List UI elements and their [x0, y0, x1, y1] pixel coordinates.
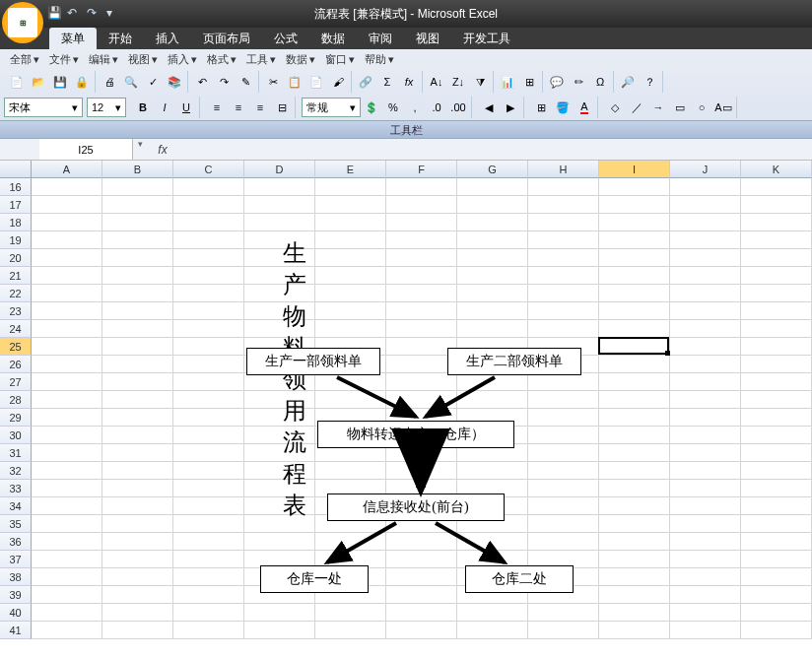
font-name-select[interactable]: 宋体▾ — [4, 98, 83, 117]
submenu-data[interactable]: 数据 ▾ — [282, 51, 319, 67]
percent-icon[interactable]: % — [382, 97, 404, 118]
tab-layout[interactable]: 页面布局 — [191, 28, 262, 49]
row-header-20[interactable]: 20 — [0, 249, 32, 267]
sum-icon[interactable]: Σ — [376, 71, 398, 93]
currency-icon[interactable]: 💲 — [361, 97, 382, 118]
row-header-17[interactable]: 17 — [0, 196, 32, 214]
help-icon[interactable]: ？ — [639, 71, 660, 93]
save-icon[interactable]: 💾 — [47, 6, 63, 22]
tab-view[interactable]: 视图 — [404, 28, 451, 49]
submenu-tools[interactable]: 工具 ▾ — [242, 51, 280, 67]
align-center-icon[interactable]: ≡ — [228, 97, 249, 118]
submenu-file[interactable]: 文件 ▾ — [45, 51, 83, 67]
col-header-G[interactable]: G — [457, 161, 528, 178]
col-header-C[interactable]: C — [173, 161, 244, 178]
fill-handle[interactable] — [665, 351, 670, 356]
copy-icon[interactable]: 📋 — [284, 71, 305, 93]
tab-home[interactable]: 开始 — [97, 28, 144, 49]
row-header-23[interactable]: 23 — [0, 302, 32, 320]
open-icon[interactable]: 📂 — [28, 71, 49, 93]
row-header-41[interactable]: 41 — [0, 622, 32, 639]
textbox-icon[interactable]: A▭ — [712, 97, 734, 118]
align-left-icon[interactable]: ≡ — [206, 97, 228, 118]
row-header-16[interactable]: 16 — [0, 178, 32, 196]
chart-icon[interactable]: 📊 — [497, 71, 518, 93]
submenu-view[interactable]: 视图 ▾ — [124, 51, 162, 67]
col-header-A[interactable]: A — [32, 161, 102, 178]
submenu-insert[interactable]: 插入 ▾ — [164, 51, 201, 67]
tab-menu[interactable]: 菜单 — [49, 28, 97, 49]
redo-icon[interactable]: ↷ — [213, 71, 235, 93]
office-button[interactable]: ⊞ — [2, 2, 43, 43]
inc-decimal-icon[interactable]: .0 — [426, 97, 447, 118]
underline-icon[interactable]: U — [175, 97, 197, 118]
tab-formula[interactable]: 公式 — [262, 28, 309, 49]
submenu-all[interactable]: 全部 ▾ — [6, 51, 43, 67]
row-header-34[interactable]: 34 — [0, 497, 32, 515]
drawing-icon[interactable]: ✏ — [568, 71, 589, 93]
row-header-18[interactable]: 18 — [0, 214, 32, 231]
hyperlink-icon[interactable]: 🔗 — [355, 71, 376, 93]
row-header-25[interactable]: 25 — [0, 338, 32, 356]
col-header-B[interactable]: B — [102, 161, 173, 178]
row-header-33[interactable]: 33 — [0, 480, 32, 497]
symbol-icon[interactable]: Ω — [589, 71, 611, 93]
row-header-37[interactable]: 37 — [0, 551, 32, 568]
sort-desc-icon[interactable]: Z↓ — [447, 71, 469, 93]
undo-icon[interactable]: ↶ — [191, 71, 213, 93]
arrow-shape-icon[interactable]: → — [647, 97, 669, 118]
row-header-32[interactable]: 32 — [0, 462, 32, 480]
select-all-corner[interactable] — [0, 161, 32, 178]
submenu-window[interactable]: 窗口 ▾ — [321, 51, 359, 67]
format-painter-icon[interactable]: 🖌 — [327, 71, 349, 93]
indent-inc-icon[interactable]: ▶ — [500, 97, 521, 118]
comment-icon[interactable]: 💬 — [546, 71, 568, 93]
italic-icon[interactable]: I — [154, 97, 175, 118]
pivot-icon[interactable]: ⊞ — [518, 71, 540, 93]
font-color-icon[interactable]: A — [574, 97, 595, 118]
spell-icon[interactable]: ✓ — [142, 71, 164, 93]
fill-color-icon[interactable]: 🪣 — [552, 97, 574, 118]
oval-icon[interactable]: ○ — [691, 97, 712, 118]
shapes-icon[interactable]: ◇ — [604, 97, 626, 118]
save-icon[interactable]: 💾 — [49, 71, 71, 93]
line-icon[interactable]: ／ — [626, 97, 647, 118]
submenu-help[interactable]: 帮助 ▾ — [361, 51, 398, 67]
row-header-29[interactable]: 29 — [0, 409, 32, 427]
research-icon[interactable]: 📚 — [164, 71, 185, 93]
tab-insert[interactable]: 插入 — [144, 28, 191, 49]
bold-icon[interactable]: B — [132, 97, 154, 118]
row-header-22[interactable]: 22 — [0, 285, 32, 302]
border-icon[interactable]: ⊞ — [530, 97, 552, 118]
ink-icon[interactable]: ✎ — [235, 71, 256, 93]
undo-icon[interactable]: ↶ — [67, 6, 83, 22]
row-header-28[interactable]: 28 — [0, 391, 32, 409]
permissions-icon[interactable]: 🔒 — [71, 71, 93, 93]
row-header-19[interactable]: 19 — [0, 231, 32, 249]
indent-dec-icon[interactable]: ◀ — [478, 97, 500, 118]
col-header-J[interactable]: J — [670, 161, 741, 178]
col-header-E[interactable]: E — [315, 161, 386, 178]
zoom-icon[interactable]: 🔎 — [617, 71, 639, 93]
spreadsheet[interactable]: ABCDEFGHIJK 1617181920212223242526272829… — [0, 161, 812, 653]
rect-icon[interactable]: ▭ — [669, 97, 691, 118]
preview-icon[interactable]: 🔍 — [120, 71, 142, 93]
col-header-F[interactable]: F — [386, 161, 457, 178]
row-header-30[interactable]: 30 — [0, 427, 32, 444]
cut-icon[interactable]: ✂ — [262, 71, 284, 93]
row-header-21[interactable]: 21 — [0, 267, 32, 285]
row-header-31[interactable]: 31 — [0, 444, 32, 462]
tab-dev[interactable]: 开发工具 — [451, 28, 522, 49]
row-header-39[interactable]: 39 — [0, 586, 32, 604]
function-icon[interactable]: fx — [398, 71, 420, 93]
col-header-I[interactable]: I — [599, 161, 670, 178]
tab-data[interactable]: 数据 — [309, 28, 357, 49]
merge-icon[interactable]: ⊟ — [271, 97, 293, 118]
active-cell[interactable] — [598, 337, 669, 355]
col-header-K[interactable]: K — [741, 161, 812, 178]
tab-review[interactable]: 审阅 — [357, 28, 404, 49]
print-icon[interactable]: 🖨 — [99, 71, 120, 93]
row-header-36[interactable]: 36 — [0, 533, 32, 551]
col-header-H[interactable]: H — [528, 161, 599, 178]
submenu-format[interactable]: 格式 ▾ — [203, 51, 240, 67]
